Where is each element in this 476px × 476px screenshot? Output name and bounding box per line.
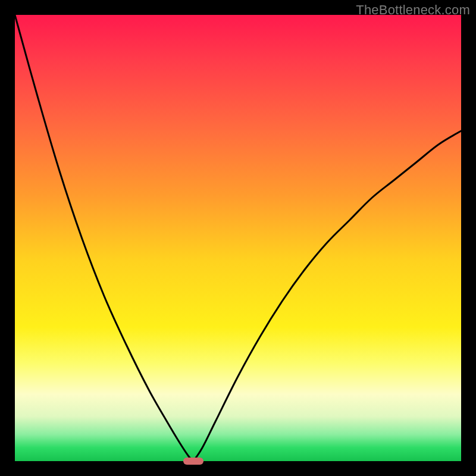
bottleneck-marker [183,458,203,465]
chart-curve-svg [15,15,461,461]
curve-left-branch [15,15,193,461]
chart-plot-area [15,15,461,461]
curve-right-branch [193,131,461,461]
watermark-text: TheBottleneck.com [356,2,470,18]
